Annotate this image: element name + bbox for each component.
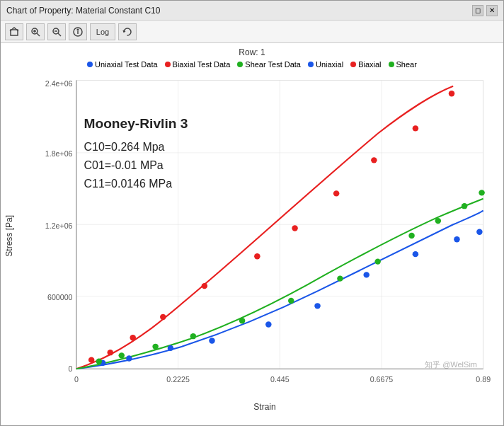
legend-shear-data: Shear Test Data [237,60,301,69]
legend-uniaxial: Uniaxial [308,60,343,69]
svg-point-59 [190,333,197,339]
legend-label-uniaxial: Uniaxial [316,60,343,69]
legend: Uniaxial Test Data Biaxial Test Data She… [87,60,417,69]
svg-text:0.2225: 0.2225 [166,375,190,384]
svg-point-10 [77,29,79,30]
svg-point-50 [254,253,260,259]
svg-text:1.2e+06: 1.2e+06 [45,221,73,230]
svg-point-57 [118,352,125,358]
zoom-in-button[interactable] [26,23,45,40]
legend-biaxial-data: Biaxial Test Data [165,60,231,69]
svg-text:0.445: 0.445 [270,375,290,384]
legend-dot-biaxial-data [165,62,171,67]
svg-rect-0 [11,30,18,35]
svg-line-2 [37,33,40,36]
restore-button[interactable]: ◻ [472,5,483,16]
svg-point-39 [265,321,272,327]
svg-text:0: 0 [69,364,73,373]
svg-point-53 [371,157,377,163]
svg-line-6 [58,33,61,36]
svg-point-47 [130,335,136,340]
legend-dot-uniaxial [308,62,314,67]
svg-point-42 [413,251,419,257]
svg-text:1.8e+06: 1.8e+06 [45,149,73,158]
log-label: Log [96,28,109,36]
legend-dot-uniaxial-data [87,62,93,67]
legend-label-shear-data: Shear Test Data [245,60,301,69]
svg-point-37 [168,345,174,351]
chart-container: 0 600000 1.2e+06 1.8e+06 2.4e+06 0 0.222… [31,73,498,398]
svg-text:2.4e+06: 2.4e+06 [45,79,73,88]
svg-point-62 [337,275,343,281]
svg-text:C11=0.0146 MPa: C11=0.0146 MPa [84,178,173,190]
legend-biaxial: Biaxial [350,60,381,69]
log-button[interactable]: Log [90,23,115,40]
svg-point-48 [160,314,166,320]
svg-text:0.6675: 0.6675 [370,375,394,384]
svg-point-45 [88,357,95,362]
svg-point-41 [363,272,370,277]
zoom-out-button[interactable] [47,23,66,40]
svg-point-40 [314,303,321,309]
svg-text:0.89: 0.89 [476,375,491,384]
close-button[interactable]: ✕ [486,5,498,16]
svg-point-61 [288,298,294,304]
svg-point-49 [202,283,208,289]
title-bar: Chart of Property: Material Constant C10… [1,1,503,21]
legend-shear: Shear [389,60,417,69]
x-axis-label: Strain [31,402,498,412]
svg-point-43 [454,236,460,242]
title-buttons: ◻ ✕ [472,5,498,16]
svg-point-64 [408,233,415,238]
home-button[interactable] [5,23,23,40]
svg-point-38 [209,338,215,343]
svg-point-56 [96,359,103,364]
svg-point-66 [462,203,468,209]
svg-point-60 [239,318,246,323]
toolbar: Log [1,21,503,43]
svg-text:Mooney-Rivlin 3: Mooney-Rivlin 3 [84,117,188,132]
y-axis-label: Stress [Pa] [4,215,14,257]
refresh-button[interactable] [118,23,137,40]
svg-text:C10=0.264 Mpa: C10=0.264 Mpa [84,141,165,153]
svg-text:600000: 600000 [47,293,73,301]
watermark: 知乎 @WelSim [425,359,477,370]
svg-point-52 [333,190,340,196]
chart-area: Row: 1 Uniaxial Test Data Biaxial Test D… [1,43,503,425]
legend-label-shear: Shear [396,60,417,69]
main-window: Chart of Property: Material Constant C10… [0,0,504,426]
svg-point-63 [374,258,381,264]
svg-point-65 [435,218,442,224]
svg-point-55 [449,91,455,96]
legend-label-biaxial: Biaxial [358,60,381,69]
svg-point-46 [108,350,114,355]
svg-point-54 [413,125,419,131]
legend-label-uniaxial-data: Uniaxial Test Data [95,60,157,69]
svg-text:C01=-0.01 MPa: C01=-0.01 MPa [84,159,164,171]
window-title: Chart of Property: Material Constant C10 [6,6,160,16]
legend-dot-biaxial [350,62,356,67]
legend-dot-shear-data [237,62,243,67]
info-button[interactable] [69,23,87,40]
svg-point-58 [152,344,159,350]
chart-wrapper: Stress [Pa] [4,73,500,398]
svg-point-36 [126,355,132,361]
legend-label-biaxial-data: Biaxial Test Data [173,60,231,69]
svg-text:0: 0 [74,375,79,384]
svg-point-44 [476,229,483,235]
legend-uniaxial-data: Uniaxial Test Data [87,60,157,69]
chart-svg: 0 600000 1.2e+06 1.8e+06 2.4e+06 0 0.222… [31,73,498,398]
row-label: Row: 1 [239,47,265,57]
svg-point-67 [479,190,485,195]
legend-dot-shear [389,62,394,67]
svg-point-51 [292,225,298,231]
